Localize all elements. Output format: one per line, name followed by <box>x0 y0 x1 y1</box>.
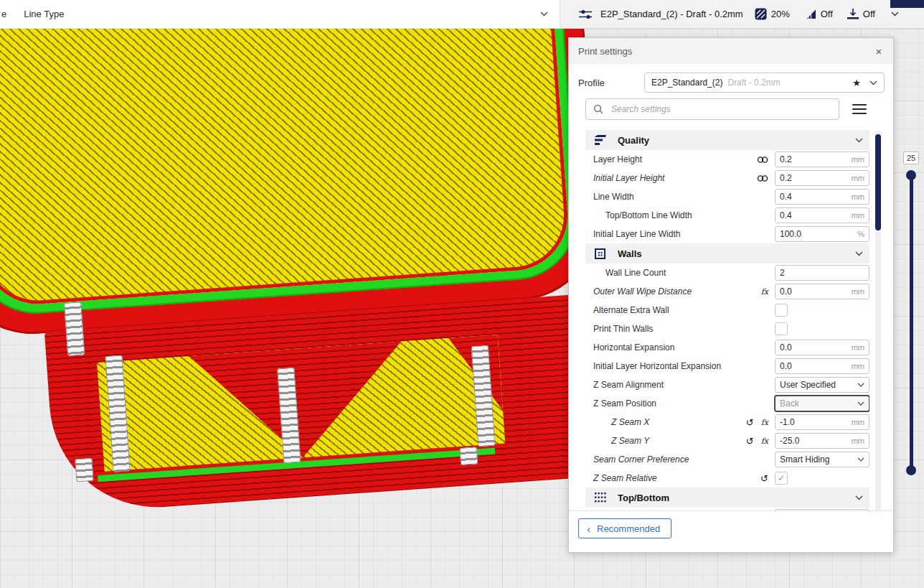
layer-slider-handle-bottom[interactable] <box>906 465 916 475</box>
infill-density-value: 20% <box>771 9 790 19</box>
model-front-wall <box>44 292 623 514</box>
search-input[interactable] <box>610 103 831 115</box>
setting-label: Layer Height <box>593 154 642 164</box>
print-thin-walls-checkbox[interactable] <box>775 322 788 335</box>
category-label: Top/Bottom <box>618 493 855 503</box>
collapse-chevron-icon <box>855 138 863 143</box>
top-right-toolbar-fragment <box>890 0 924 8</box>
category-label: Walls <box>618 248 855 259</box>
setting-label: Outer Wall Wipe Distance <box>593 286 692 297</box>
z-seam-position-select[interactable]: Back <box>775 396 869 411</box>
setting-label: Z Seam Y <box>611 436 649 446</box>
close-icon: × <box>876 45 882 57</box>
search-icon <box>593 104 603 114</box>
z-seam-relative-checkbox[interactable]: ✓ <box>775 472 788 485</box>
panel-title: Print settings <box>578 46 632 57</box>
search-box <box>585 98 839 120</box>
initial-layer-height-input[interactable]: 0.2 mm <box>775 170 869 186</box>
setting-label: Z Seam Relative <box>593 473 657 483</box>
profile-name: E2P_Standard_(2) <box>651 78 722 88</box>
setting-label: Wall Line Count <box>605 268 666 278</box>
link-icon <box>757 156 768 164</box>
z-seam-y-input[interactable]: -25.0 mm <box>775 433 869 449</box>
revert-icon[interactable]: ↺ <box>746 418 754 427</box>
initial-layer-horizontal-expansion-input[interactable]: 0.0 mm <box>775 358 869 374</box>
setting-label: Z Seam Position <box>593 398 656 409</box>
setting-row: Line Width 0.4 mm <box>585 187 869 206</box>
horizontal-expansion-input[interactable]: 0.0 mm <box>775 340 869 355</box>
quality-icon <box>595 135 607 145</box>
layer-height-input[interactable]: 0.2 mm <box>775 151 869 167</box>
line-width-input[interactable]: 0.4 mm <box>775 189 869 205</box>
setting-label: Initial Layer Height <box>593 173 664 183</box>
support-ladder <box>460 447 478 465</box>
print-settings-summary[interactable]: E2P_Standard_(2) - Draft - 0.2mm 20% Off… <box>560 0 924 29</box>
settings-scrollbar-thumb[interactable] <box>875 134 881 230</box>
profile-summary-text: E2P_Standard_(2) - Draft - 0.2mm <box>600 9 743 19</box>
setting-row: Seam Corner Preference Smart Hiding <box>585 450 869 469</box>
chevron-down-icon <box>857 401 864 406</box>
setting-label: Initial Layer Line Width <box>593 229 680 239</box>
setting-label: Z Seam X <box>611 417 649 427</box>
setting-row: Horizontal Expansion 0.0 mm <box>585 338 869 357</box>
z-seam-alignment-select[interactable]: User Specified <box>775 377 869 393</box>
collapse-chevron-icon <box>855 495 863 500</box>
outer-wall-wipe-distance-input[interactable]: 0.0 mm <box>775 284 869 299</box>
chevron-down-icon <box>891 11 899 17</box>
setting-label: Z Seam Alignment <box>593 380 664 390</box>
setting-row: Z Seam Relative ↺ ✓ <box>585 469 869 487</box>
walls-icon <box>595 248 607 259</box>
seam-corner-preference-select[interactable]: Smart Hiding <box>775 452 869 467</box>
chevron-down-icon <box>869 80 877 85</box>
category-top-bottom[interactable]: Top/Bottom <box>585 487 869 508</box>
support-icon <box>806 9 816 19</box>
collapse-chevron-icon <box>855 251 863 256</box>
profile-dropdown[interactable]: E2P_Standard_(2) Draft - 0.2mm ★ <box>644 73 885 93</box>
setting-row: Initial Layer Horizontal Expansion 0.0 m… <box>585 357 869 375</box>
setting-row: Wall Line Count 2 <box>585 263 869 282</box>
revert-icon[interactable]: ↺ <box>746 437 754 446</box>
chevron-down-icon <box>857 383 864 387</box>
color-scheme-dropdown[interactable]: e Line Type <box>0 0 560 29</box>
top-bottom-line-width-input[interactable]: 0.4 mm <box>775 207 869 223</box>
clipped-label: e <box>1 9 6 19</box>
close-button[interactable]: × <box>872 44 886 58</box>
initial-layer-line-width-input[interactable]: 100.0 % <box>775 226 869 242</box>
color-scheme-label: Line Type <box>24 9 64 19</box>
category-quality[interactable]: Quality <box>585 130 869 150</box>
support-value: Off <box>821 9 833 19</box>
category-walls[interactable]: Walls <box>585 243 869 263</box>
revert-icon[interactable]: ↺ <box>760 474 768 483</box>
setting-row: Initial Layer Line Width 100.0 % <box>585 225 869 243</box>
top-bottom-icon <box>595 493 607 503</box>
setting-row: Top/Bottom Line Width 0.4 mm <box>585 206 869 225</box>
layer-number-badge: 25 <box>903 151 919 164</box>
wall-line-count-input[interactable]: 2 <box>775 265 869 281</box>
support-ladder <box>64 302 85 355</box>
chevron-down-icon <box>857 457 864 462</box>
menu-icon[interactable] <box>852 103 867 115</box>
settings-list: Quality Layer Height 0.2 mm Initial Laye… <box>585 130 869 512</box>
chevron-down-icon <box>540 11 548 17</box>
infill-icon <box>755 8 767 20</box>
back-chevron-icon: ‹ <box>587 523 590 534</box>
setting-label: Top/Bottom Line Width <box>605 210 692 220</box>
link-icon <box>757 174 768 182</box>
support-ladder <box>75 458 93 482</box>
adhesion-value: Off <box>863 9 875 19</box>
setting-row: Z Seam Y ↺ fx -25.0 mm <box>585 431 869 450</box>
setting-row: Outer Wall Wipe Distance fx 0.0 mm <box>585 282 869 301</box>
panel-footer: ‹ Recommended <box>569 510 893 552</box>
setting-label: Print Thin Walls <box>593 324 653 334</box>
setting-row: Z Seam Alignment User Specified <box>585 375 869 394</box>
setting-row: Layer Height 0.2 mm <box>585 150 869 169</box>
alternate-extra-wall-checkbox[interactable] <box>775 304 788 317</box>
function-icon: fx <box>761 287 768 297</box>
star-icon: ★ <box>852 78 861 88</box>
adhesion-icon <box>847 9 859 20</box>
function-icon: fx <box>761 437 768 446</box>
z-seam-x-input[interactable]: -1.0 mm <box>775 414 869 430</box>
layer-slider-track[interactable] <box>910 175 913 472</box>
recommended-button[interactable]: ‹ Recommended <box>578 518 671 538</box>
panel-header: Print settings × <box>569 38 893 64</box>
